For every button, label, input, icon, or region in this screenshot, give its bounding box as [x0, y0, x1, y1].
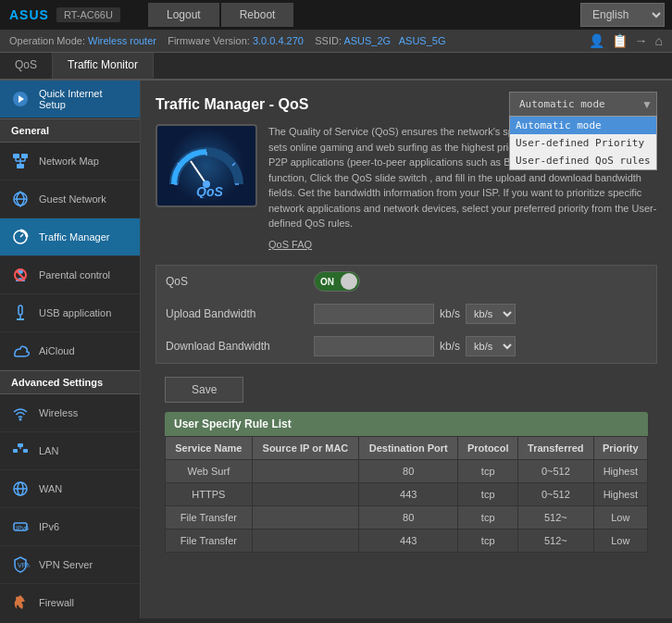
sidebar-item-aicloud[interactable]: AiCloud [0, 332, 140, 370]
table-cell-dest_port: 80 [359, 506, 458, 530]
sidebar-item-label: Wireless [39, 407, 78, 418]
sidebar-item-guest-network[interactable]: Guest Network [0, 181, 140, 218]
sidebar-item-label: Firewall [39, 597, 74, 608]
firewall-icon [9, 592, 31, 614]
sidebar-item-quick-setup[interactable]: Quick Internet Setup [0, 81, 140, 118]
content-area: Traffic Manager - QoS Automatic mode ▼ A… [141, 81, 672, 618]
save-button[interactable]: Save [165, 377, 243, 403]
logout-button[interactable]: Logout [148, 3, 219, 27]
table-cell-service: File Transfer [166, 506, 253, 530]
user-icon[interactable]: 👤 [589, 33, 604, 48]
sidebar-item-network-map[interactable]: Network Map [0, 143, 140, 181]
sidebar-item-label: Parental control [39, 269, 110, 280]
svg-rect-23 [18, 443, 23, 447]
upload-unit: kb/s [440, 307, 460, 320]
top-bar: ASUS RT-AC66U Logout Reboot English Chin… [0, 0, 672, 30]
dropdown-option-user-qos-rules[interactable]: User-defined QoS rules [510, 152, 656, 169]
sidebar-item-label: USB application [39, 307, 111, 318]
qos-faq-link[interactable]: QoS FAQ [268, 239, 312, 250]
logo-area: ASUS RT-AC66U [0, 7, 148, 22]
sidebar-item-lan[interactable]: LAN [0, 432, 140, 470]
language-select[interactable]: English Chinese Japanese [580, 3, 665, 27]
svg-rect-3 [21, 154, 28, 158]
table-cell-source [252, 506, 358, 530]
svg-text:IPv6: IPv6 [16, 525, 29, 531]
dropdown-arrow-icon: ▼ [641, 98, 653, 111]
qos-toggle-button[interactable]: ON [314, 271, 360, 292]
upload-input[interactable] [314, 304, 434, 324]
col-transferred: Transferred [518, 437, 594, 460]
arrow-icon[interactable]: → [635, 33, 648, 48]
download-label: Download Bandwidth [166, 340, 314, 353]
firmware-value[interactable]: 3.0.0.4.270 [253, 35, 304, 46]
tab-qos[interactable]: QoS [0, 53, 53, 79]
ssid-2g[interactable]: ASUS_2G [343, 35, 391, 46]
sidebar-item-label: AiCloud [39, 345, 75, 356]
download-unit-select[interactable]: kb/s mb/s [466, 336, 516, 356]
sidebar-item-ipv6[interactable]: IPv6 IPv6 [0, 508, 140, 546]
table-cell-source [252, 483, 358, 506]
qos-toggle-value: ON [314, 271, 360, 292]
download-value: kb/s kb/s mb/s [314, 336, 516, 356]
sidebar-item-traffic-manager[interactable]: Traffic Manager [0, 218, 140, 256]
sidebar-item-firewall[interactable]: Firewall [0, 584, 140, 618]
svg-text:QoS: QoS [196, 184, 223, 198]
dropdown-option-automatic[interactable]: Automatic mode [510, 117, 656, 134]
svg-line-13 [20, 234, 23, 237]
sidebar-item-wireless[interactable]: Wireless [0, 394, 140, 432]
sidebar-item-label: IPv6 [39, 521, 59, 532]
quick-setup-icon [9, 88, 31, 110]
col-priority: Priority [593, 437, 647, 460]
wireless-icon [9, 402, 31, 424]
sidebar-advanced-title: Advanced Settings [0, 370, 140, 394]
operation-mode-label: Operation Mode: [9, 35, 85, 46]
upload-bandwidth-row: Upload Bandwidth kb/s kb/s mb/s [156, 298, 656, 330]
table-row: HTTPS443tcp0~512Highest [166, 483, 648, 506]
col-service: Service Name [166, 437, 253, 460]
sidebar-item-wan[interactable]: WAN [0, 470, 140, 508]
sidebar-item-vpn-server[interactable]: VPN VPN Server [0, 546, 140, 584]
table-cell-priority: Low [593, 530, 647, 553]
dropdown-option-user-priority[interactable]: User-defined Priority [510, 134, 656, 152]
copy-icon[interactable]: 📋 [612, 33, 628, 48]
table-cell-protocol: tcp [458, 530, 518, 553]
sidebar-item-usb-application[interactable]: USB application [0, 294, 140, 332]
table-row: File Transfer80tcp512~Low [166, 506, 648, 530]
svg-text:VPN: VPN [18, 562, 30, 568]
table-cell-priority: Highest [593, 460, 647, 483]
upload-unit-select[interactable]: kb/s mb/s [466, 304, 516, 324]
sidebar-item-label: Traffic Manager [39, 231, 109, 243]
parental-control-icon [9, 264, 31, 286]
qos-graphic: QoS [156, 124, 257, 207]
sidebar-item-parental-control[interactable]: Parental control [0, 256, 140, 294]
upload-label: Upload Bandwidth [166, 307, 314, 320]
guest-network-icon [9, 188, 31, 210]
fields-box: QoS ON Upload Bandwidth kb/s [156, 265, 657, 364]
table-section: User Specify Rule List Service Name Sour… [156, 412, 657, 567]
firmware-label: Firmware Version: [168, 35, 250, 46]
aicloud-icon [9, 340, 31, 362]
sidebar-item-label: Network Map [39, 156, 99, 167]
toggle-text: ON [315, 277, 340, 287]
table-row: File Transfer443tcp512~Low [166, 530, 648, 553]
home-icon[interactable]: ⌂ [655, 33, 663, 48]
reboot-button[interactable]: Reboot [221, 3, 294, 27]
operation-mode-value[interactable]: Wireless router [88, 35, 156, 46]
dropdown-selected: Automatic mode [514, 94, 641, 114]
table-title: User Specify Rule List [165, 412, 648, 436]
sidebar-item-label: LAN [39, 445, 58, 456]
svg-point-20 [19, 418, 22, 421]
svg-line-39 [191, 161, 206, 184]
download-input[interactable] [314, 336, 434, 356]
sidebar-item-label: Guest Network [39, 193, 106, 205]
toggle-circle [341, 273, 357, 290]
svg-rect-2 [13, 154, 19, 158]
sidebar-item-label: VPN Server [39, 559, 93, 570]
table-cell-dest_port: 80 [359, 460, 458, 483]
qos-mode-dropdown[interactable]: Automatic mode ▼ Automatic mode User-def… [509, 92, 657, 117]
ssid-5g[interactable]: ASUS_5G [399, 35, 446, 46]
info-bar-left: Operation Mode: Wireless router Firmware… [9, 35, 445, 46]
tab-traffic-monitor[interactable]: Traffic Monitor [53, 53, 154, 79]
ipv6-icon: IPv6 [9, 516, 31, 538]
table-cell-protocol: tcp [458, 483, 518, 506]
